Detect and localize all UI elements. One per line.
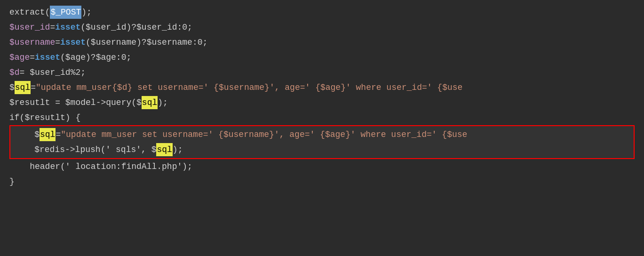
token-highlight: $_POST: [50, 6, 81, 19]
token: $user_id: [9, 21, 50, 34]
token: isset: [60, 36, 86, 49]
token: );: [81, 6, 92, 19]
token: "update mm_user set username=' {$usernam…: [61, 128, 467, 142]
token: = $user_id%2;: [20, 66, 86, 80]
footer-line-1: header(' location:findAll.php');: [9, 159, 635, 174]
token: );: [173, 143, 183, 157]
token: =: [31, 81, 36, 95]
code-line-2: $user_id = isset($user_id)?$user_id:0;: [9, 20, 635, 35]
token: =: [56, 128, 61, 142]
token: $: [14, 128, 40, 142]
token: ($user_id)?$user_id:0;: [80, 21, 192, 34]
token: "update mm_user{$d} set username=' {$use…: [36, 81, 462, 95]
code-line-4: $age = isset($age)?$age:0;: [9, 50, 635, 65]
token: $username: [9, 36, 55, 49]
footer-line-2: }: [9, 174, 635, 189]
token: $: [9, 81, 15, 95]
code-line-8: if($resutlt) {: [9, 110, 635, 125]
token: =: [55, 36, 60, 49]
code-line-5: $d = $user_id%2;: [9, 65, 635, 80]
token: extract(: [9, 6, 50, 19]
code-line-1: extract($_POST);: [9, 5, 635, 20]
token-sql-highlight: sql: [15, 81, 31, 95]
token: );: [158, 96, 168, 110]
token: header(' location:findAll.php');: [9, 160, 192, 174]
token-sql-highlight: sql: [40, 128, 56, 142]
token: =: [30, 51, 35, 64]
code-line-7: $resutlt = $model->query($sql);: [9, 95, 635, 110]
highlighted-line-1: $sql = "update mm_user set username=' {$…: [10, 127, 634, 142]
code-editor: extract($_POST); $user_id = isset($user_…: [0, 0, 644, 256]
token: $resutlt = $model->query($: [9, 96, 142, 110]
code-line-6: $sql = "update mm_user{$d} set username=…: [9, 80, 635, 95]
highlighted-code-block: $sql = "update mm_user set username=' {$…: [9, 125, 635, 159]
token: $redis->lpush(' sqls', $: [14, 143, 156, 157]
token: ($age)?$age:0;: [60, 51, 131, 64]
token-sql-highlight: sql: [156, 143, 172, 157]
token: isset: [35, 51, 60, 64]
token-sql-highlight: sql: [142, 96, 158, 110]
highlighted-line-2: $redis->lpush(' sqls', $sql);: [10, 142, 634, 157]
token: =: [50, 21, 55, 34]
token: $age: [9, 51, 30, 64]
code-line-3: $username = isset($username)?$username:0…: [9, 35, 635, 50]
token: }: [9, 175, 15, 189]
token: if($resutlt) {: [9, 111, 80, 125]
token: $d: [9, 66, 20, 80]
token: isset: [55, 21, 80, 34]
token: ($username)?$username:0;: [86, 36, 207, 49]
